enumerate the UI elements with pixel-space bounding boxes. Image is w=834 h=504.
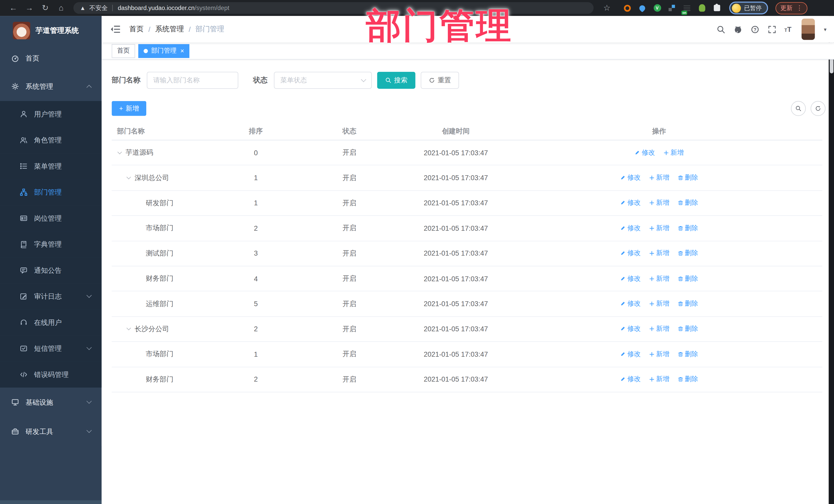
row-action-add[interactable]: 新增 — [649, 375, 670, 384]
bookmark-star-icon[interactable]: ☆ — [600, 0, 614, 16]
header-search-icon[interactable] — [717, 25, 725, 34]
extension-grid-on-icon[interactable]: on — [683, 4, 691, 12]
add-button[interactable]: + 新增 — [112, 101, 146, 116]
row-action-delete[interactable]: 删除 — [678, 325, 698, 334]
reset-button[interactable]: 重置 — [421, 72, 459, 89]
row-action-add[interactable]: 新增 — [649, 224, 670, 233]
sidebar-item-infra[interactable]: 基础设施 — [0, 388, 102, 417]
edit-icon — [620, 376, 626, 382]
sidebar-scrollbar[interactable] — [0, 500, 102, 504]
row-action-edit[interactable]: 修改 — [620, 199, 641, 207]
row-action-edit[interactable]: 修改 — [620, 174, 641, 182]
row-action-edit[interactable]: 修改 — [620, 325, 641, 334]
dept-name-text: 长沙分公司 — [134, 324, 169, 334]
row-action-add[interactable]: 新增 — [649, 174, 670, 182]
extension-avatar-icon[interactable] — [698, 4, 706, 12]
tree-expand-icon[interactable] — [127, 326, 131, 330]
row-action-delete[interactable]: 删除 — [678, 375, 698, 384]
sidebar-item-audit[interactable]: 审计日志 — [0, 283, 102, 309]
browser-menu-dots-icon: ⋮ — [796, 5, 803, 11]
row-action-add[interactable]: 新增 — [649, 199, 670, 207]
github-icon[interactable] — [733, 25, 742, 34]
not-secure-label: 不安全 — [89, 4, 108, 12]
row-action-edit[interactable]: 修改 — [620, 375, 641, 384]
extension-pin-icon[interactable] — [638, 4, 646, 12]
sidebar-item-label: 角色管理 — [34, 135, 62, 145]
plus-icon — [649, 326, 655, 332]
tree-expand-icon[interactable] — [127, 175, 131, 179]
address-bar[interactable]: ▲ 不安全 dashboard.yudao.iocoder.cn/system/… — [73, 2, 594, 14]
row-action-add[interactable]: 新增 — [649, 249, 670, 258]
row-action-delete[interactable]: 删除 — [678, 224, 698, 233]
extension-avatar-icon — [699, 4, 705, 12]
sidebar-item-user[interactable]: 用户管理 — [0, 101, 102, 127]
sidebar-item-devtools[interactable]: 研发工具 — [0, 417, 102, 446]
row-action-edit[interactable]: 修改 — [620, 299, 641, 308]
tag-active[interactable]: 部门管理× — [138, 44, 190, 58]
help-icon[interactable]: ? — [750, 25, 759, 34]
row-action-add[interactable]: 新增 — [649, 274, 670, 283]
search-button[interactable]: 搜索 — [377, 72, 415, 89]
dept-name-input[interactable] — [147, 72, 238, 89]
row-action-edit[interactable]: 修改 — [620, 249, 641, 258]
sidebar-item-sms[interactable]: 短信管理 — [0, 335, 102, 361]
extension-squares-icon[interactable] — [668, 4, 676, 12]
avatar-caret-icon[interactable]: ▾ — [824, 26, 827, 32]
extension-on-badge: on — [681, 10, 687, 15]
tag-close-icon[interactable]: × — [180, 47, 184, 54]
sidebar-item-dept-tree[interactable]: 部门管理 — [0, 179, 102, 205]
status-select[interactable]: 菜单状态 — [274, 72, 372, 89]
tree-expand-icon[interactable] — [117, 150, 122, 154]
row-action-delete[interactable]: 删除 — [678, 174, 698, 182]
row-action-add[interactable]: 新增 — [649, 299, 670, 308]
sidebar-item-menu[interactable]: 菜单管理 — [0, 153, 102, 179]
row-action-edit[interactable]: 修改 — [620, 224, 641, 233]
row-action-delete[interactable]: 删除 — [678, 249, 698, 258]
row-action-delete[interactable]: 删除 — [678, 199, 698, 207]
refresh-table-button[interactable] — [811, 101, 826, 116]
sidebar-item-online[interactable]: 在线用户 — [0, 309, 102, 336]
row-action-edit[interactable]: 修改 — [634, 148, 655, 157]
sidebar-item-post[interactable]: 岗位管理 — [0, 205, 102, 232]
row-action-delete[interactable]: 删除 — [678, 350, 698, 359]
sidebar-item-error-code[interactable]: 错误码管理 — [0, 361, 102, 388]
sidebar-item-dashboard[interactable]: 首页 — [0, 45, 102, 72]
extension-green-icon[interactable]: V — [653, 4, 661, 12]
row-action-edit[interactable]: 修改 — [620, 274, 641, 283]
action-label: 修改 — [642, 148, 655, 157]
row-action-add[interactable]: 新增 — [649, 350, 670, 359]
row-action-edit[interactable]: 修改 — [620, 350, 641, 359]
sidebar-item-dict[interactable]: 字典管理 — [0, 231, 102, 257]
user-avatar[interactable] — [802, 19, 815, 40]
tag-item[interactable]: 首页 — [112, 44, 135, 58]
sidebar-item-gear[interactable]: 系统管理 — [0, 72, 102, 101]
breadcrumb-item[interactable]: 首页 — [129, 24, 144, 34]
sidebar-item-role[interactable]: 角色管理 — [0, 127, 102, 153]
delete-icon — [678, 276, 683, 282]
row-action-delete[interactable]: 删除 — [678, 299, 698, 308]
cell-created-time: 2021-01-05 17:03:47 — [416, 224, 496, 232]
browser-update-button[interactable]: 更新 ⋮ — [775, 2, 807, 14]
show-search-toggle-button[interactable] — [791, 101, 806, 116]
font-size-icon[interactable]: TT — [785, 26, 791, 32]
reload-icon[interactable]: ↻ — [38, 0, 52, 16]
back-icon[interactable]: ← — [6, 0, 20, 16]
extensions-puzzle-icon[interactable] — [712, 4, 721, 12]
row-action-delete[interactable]: 删除 — [678, 274, 698, 283]
column-header: 部门名称 — [112, 126, 229, 136]
sidebar-item-notice[interactable]: 通知公告 — [0, 257, 102, 284]
page-scrollbar[interactable] — [829, 16, 834, 504]
browser-profile-chip[interactable]: 已暂停 — [729, 2, 768, 14]
row-action-add[interactable]: 新增 — [649, 325, 670, 334]
row-action-add[interactable]: 新增 — [663, 148, 684, 157]
extension-orange-icon[interactable] — [623, 4, 631, 12]
cell-dept-name: 市场部门 — [112, 223, 229, 233]
sidebar-collapse-icon[interactable] — [110, 24, 120, 35]
action-label: 修改 — [628, 199, 641, 207]
plus-icon — [649, 351, 655, 357]
forward-icon[interactable]: → — [22, 0, 36, 16]
fullscreen-icon[interactable] — [768, 25, 776, 34]
breadcrumb-item[interactable]: 系统管理 — [155, 24, 184, 34]
sidebar-logo-row[interactable]: 芋道管理系统 — [0, 16, 102, 45]
home-icon[interactable]: ⌂ — [54, 0, 68, 16]
